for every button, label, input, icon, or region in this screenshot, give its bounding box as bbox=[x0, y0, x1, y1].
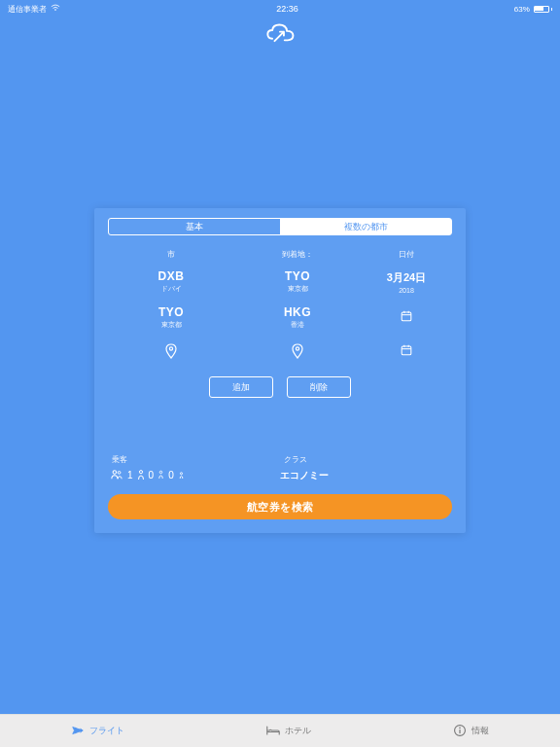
segment-row: DXB ドバイ TYO 東京都 3月24日 2018 bbox=[108, 269, 452, 294]
pax-infant: 0 bbox=[168, 470, 174, 480]
date-2[interactable] bbox=[361, 309, 452, 327]
passengers-block[interactable]: 乗客 1 0 0 bbox=[108, 454, 280, 482]
svg-point-14 bbox=[159, 471, 161, 473]
city-sub: 香港 bbox=[234, 321, 361, 330]
nav-hotel[interactable]: ホテル bbox=[266, 724, 311, 739]
pin-icon bbox=[165, 343, 177, 359]
date-1[interactable]: 3月24日 2018 bbox=[361, 270, 452, 294]
bed-icon bbox=[266, 724, 280, 739]
passengers-icon bbox=[110, 469, 123, 480]
trip-type-segmented: 基本 複数の都市 bbox=[108, 218, 452, 235]
segment-row: TYO 東京都 HKG 香港 bbox=[108, 305, 452, 330]
wifi-icon bbox=[51, 4, 60, 14]
header-dest: 到着地： bbox=[234, 249, 361, 260]
nav-label: 情報 bbox=[472, 725, 489, 737]
svg-point-12 bbox=[118, 471, 121, 474]
nav-info[interactable]: 情報 bbox=[453, 724, 489, 739]
svg-point-13 bbox=[139, 470, 142, 473]
date-main: 3月24日 bbox=[361, 270, 452, 285]
pin-icon bbox=[292, 343, 303, 359]
infant-icon bbox=[178, 471, 185, 480]
city-code: HKG bbox=[234, 305, 361, 319]
pax-child: 0 bbox=[149, 470, 155, 480]
to-city-1[interactable]: TYO 東京都 bbox=[234, 269, 361, 294]
svg-rect-1 bbox=[402, 312, 411, 321]
city-code: TYO bbox=[234, 269, 361, 283]
passengers-label: 乗客 bbox=[108, 454, 280, 465]
svg-point-5 bbox=[169, 347, 172, 350]
city-code: TYO bbox=[108, 305, 234, 319]
app-logo bbox=[0, 16, 560, 47]
calendar-icon bbox=[400, 309, 413, 323]
column-headers: 市 到着地： 日付 bbox=[108, 249, 452, 260]
search-button[interactable]: 航空券を検索 bbox=[108, 494, 452, 519]
battery-pct: 63% bbox=[514, 5, 530, 14]
city-code: DXB bbox=[108, 269, 234, 283]
svg-point-11 bbox=[113, 471, 116, 474]
status-left: 通信事業者 bbox=[8, 4, 60, 15]
city-sub: ドバイ bbox=[108, 285, 234, 294]
add-segment-button[interactable]: 追加 bbox=[209, 376, 273, 398]
carrier-label: 通信事業者 bbox=[8, 4, 47, 15]
nav-label: ホテル bbox=[285, 725, 311, 737]
from-city-3[interactable] bbox=[108, 343, 234, 363]
adult-icon bbox=[137, 470, 145, 480]
svg-point-0 bbox=[54, 9, 56, 11]
nav-flight[interactable]: フライト bbox=[71, 724, 124, 739]
class-value: エコノミー bbox=[280, 469, 452, 482]
date-3[interactable] bbox=[361, 343, 452, 363]
svg-point-17 bbox=[459, 727, 461, 729]
svg-point-15 bbox=[180, 472, 182, 474]
info-icon bbox=[453, 724, 467, 739]
nav-label: フライト bbox=[89, 725, 124, 737]
status-time: 22:36 bbox=[276, 4, 298, 14]
tab-basic[interactable]: 基本 bbox=[109, 219, 280, 234]
bottom-nav: フライト ホテル 情報 bbox=[0, 714, 560, 747]
plane-icon bbox=[71, 724, 85, 739]
city-sub: 東京都 bbox=[108, 321, 234, 330]
class-block[interactable]: クラス エコノミー bbox=[280, 454, 452, 482]
remove-segment-button[interactable]: 削除 bbox=[287, 376, 351, 398]
svg-rect-7 bbox=[402, 346, 411, 355]
child-icon bbox=[158, 470, 164, 480]
tab-multi-city[interactable]: 複数の都市 bbox=[280, 219, 451, 234]
date-sub: 2018 bbox=[361, 287, 452, 294]
from-city-2[interactable]: TYO 東京都 bbox=[108, 305, 234, 330]
segment-row-empty bbox=[108, 343, 452, 363]
search-card: 基本 複数の都市 市 到着地： 日付 DXB ドバイ TYO 東京都 3月24日… bbox=[94, 208, 466, 533]
from-city-1[interactable]: DXB ドバイ bbox=[108, 269, 234, 294]
calendar-icon bbox=[400, 343, 413, 357]
header-city: 市 bbox=[108, 249, 234, 260]
pax-adult: 1 bbox=[127, 470, 133, 480]
status-bar: 通信事業者 22:36 63% bbox=[0, 0, 560, 16]
to-city-2[interactable]: HKG 香港 bbox=[234, 305, 361, 330]
svg-rect-18 bbox=[459, 729, 460, 733]
svg-point-6 bbox=[296, 347, 298, 350]
city-sub: 東京都 bbox=[234, 285, 361, 294]
status-right: 63% bbox=[514, 5, 552, 14]
header-date: 日付 bbox=[361, 249, 452, 260]
battery-icon bbox=[534, 6, 552, 13]
to-city-3[interactable] bbox=[234, 343, 361, 363]
class-label: クラス bbox=[280, 454, 452, 465]
